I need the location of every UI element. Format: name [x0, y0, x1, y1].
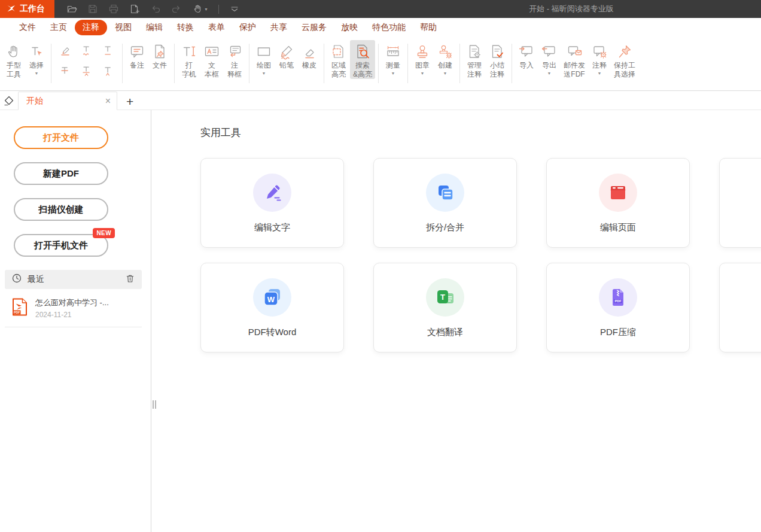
- create-stamp-icon: [437, 41, 453, 61]
- svg-text:T: T: [440, 293, 445, 302]
- ribbon-group: 绘图▼铅笔橡皮: [251, 40, 322, 77]
- ribbon-textbox-button[interactable]: 文本框: [200, 40, 223, 79]
- ribbon-measure-button[interactable]: 测量▼: [382, 40, 404, 77]
- menu-item-view[interactable]: 视图: [108, 20, 138, 35]
- menu-item-home[interactable]: 主页: [44, 20, 74, 35]
- ribbon-export-comments-button[interactable]: 导出▼: [538, 40, 561, 77]
- tool-card-partial-card-2[interactable]: [719, 263, 761, 352]
- menu-item-present[interactable]: 放映: [334, 20, 364, 35]
- manage-comments-icon: [466, 41, 483, 61]
- open-mobile-file-button[interactable]: 打开手机文件NEW: [14, 234, 108, 257]
- ribbon-area-highlight-button[interactable]: 区域高亮: [327, 40, 350, 79]
- ribbon-callout-button[interactable]: 注释框: [223, 40, 246, 79]
- whiteboard-eraser-icon[interactable]: [0, 91, 18, 110]
- print-icon: [108, 4, 119, 14]
- ribbon-drawing-button[interactable]: 绘图▼: [252, 40, 275, 77]
- ribbon-group-divider: [378, 44, 379, 83]
- card-split-merge-icon: [426, 174, 464, 212]
- content-area: 打开文件新建PDF扫描仪创建打开手机文件NEW 最近 PDF怎么面对高中学习 -…: [0, 110, 761, 532]
- redo-icon: [171, 4, 182, 14]
- ribbon-file-attachment-button[interactable]: 文件: [148, 40, 171, 70]
- menu-item-share[interactable]: 共享: [264, 20, 294, 35]
- ribbon-typewriter-button[interactable]: 打字机: [178, 40, 200, 79]
- tab-close-icon[interactable]: ×: [105, 96, 111, 106]
- export-comments-icon: [541, 41, 558, 61]
- ribbon-text-underline-button[interactable]: [98, 41, 119, 62]
- ribbon-text-highlight-button[interactable]: [54, 41, 76, 62]
- ribbon-button-label: 导入: [519, 61, 534, 70]
- dropdown-caret-icon: ▼: [204, 7, 208, 11]
- menu-item-convert[interactable]: 转换: [171, 20, 200, 35]
- ribbon-keep-tool-selected-button[interactable]: 保持工具选择: [611, 40, 638, 79]
- ribbon-group-divider: [122, 44, 123, 83]
- menu-item-file[interactable]: 文件: [13, 20, 42, 35]
- open-folder-icon[interactable]: [66, 4, 77, 14]
- tool-card-partial-card-1[interactable]: [719, 158, 761, 248]
- ribbon-stamp-button[interactable]: 图章▼: [411, 40, 434, 77]
- ribbon-group: 测量▼: [380, 40, 406, 77]
- sidebar-splitter[interactable]: [153, 400, 156, 409]
- ribbon-button-label: 图章: [415, 61, 430, 70]
- ribbon-note-comment-button[interactable]: 备注: [126, 40, 148, 70]
- workspace-button[interactable]: 工作台: [0, 0, 54, 18]
- tool-card-doc-translate[interactable]: T文档翻译: [373, 263, 517, 352]
- tool-card-split-merge[interactable]: 拆分/合并: [373, 158, 517, 248]
- pencil-icon: [278, 41, 295, 61]
- open-file-button[interactable]: 打开文件: [14, 126, 108, 149]
- main-panel: 实用工具 编辑文字拆分/合并编辑页面WPDF转WordT文档翻译PDFPDF压缩: [151, 110, 761, 532]
- ribbon-hand-tool-button[interactable]: 手型工具: [2, 40, 25, 79]
- dropdown-caret-icon: ▼: [421, 70, 425, 77]
- ribbon-import-comments-button[interactable]: 导入: [515, 40, 538, 70]
- sidebar-button-label: 扫描仪创建: [39, 204, 84, 215]
- ribbon-eraser-button[interactable]: 橡皮: [298, 40, 321, 70]
- menu-item-comment[interactable]: 注释: [75, 20, 107, 35]
- new-pdf-button[interactable]: 新建PDF: [14, 162, 108, 185]
- collapse-toolbar-icon[interactable]: [229, 4, 240, 14]
- foxit-logo-icon: [6, 4, 16, 15]
- ribbon-pencil-button[interactable]: 铅笔: [275, 40, 298, 70]
- ribbon-select-tool-button[interactable]: 选择▼: [25, 40, 48, 77]
- text-markup-grid: [54, 41, 119, 82]
- ribbon-create-stamp-button[interactable]: 创建▼: [434, 40, 456, 77]
- sidebar: 打开文件新建PDF扫描仪创建打开手机文件NEW 最近 PDF怎么面对高中学习 -…: [0, 110, 151, 532]
- create-pdf-icon[interactable]: [129, 4, 140, 14]
- summarize-comments-icon: [489, 41, 506, 61]
- hand-gesture-icon[interactable]: ▼: [192, 4, 208, 14]
- tool-card-edit-text[interactable]: 编辑文字: [200, 158, 344, 248]
- file-attachment-icon: [151, 41, 168, 61]
- save-icon: [87, 4, 98, 14]
- ribbon-summarize-comments-button[interactable]: 小结注释: [486, 40, 509, 79]
- scanner-create-button[interactable]: 扫描仪创建: [14, 198, 108, 221]
- menu-item-protect[interactable]: 保护: [233, 20, 263, 35]
- menu-item-form[interactable]: 表单: [202, 20, 232, 35]
- window-title: 开始 - 福昕阅读器专业版: [529, 4, 614, 14]
- ribbon-group-divider: [324, 44, 324, 83]
- ribbon-replace-text-button[interactable]: [76, 62, 98, 82]
- recent-file-item[interactable]: PDF怎么面对高中学习 -...2024-11-21: [0, 289, 151, 327]
- ribbon-strikeout-button[interactable]: [54, 62, 76, 82]
- tab-start[interactable]: 开始 ×: [18, 92, 117, 110]
- tool-card-pdf-compress[interactable]: PDFPDF压缩: [546, 263, 690, 352]
- ribbon-button-label: 手型: [7, 61, 21, 70]
- dropdown-caret-icon: ▼: [598, 70, 602, 77]
- ribbon-email-fdf-button[interactable]: 邮件发送FDF: [561, 40, 588, 79]
- tool-card-pdf-to-word[interactable]: WPDF转Word: [200, 263, 344, 352]
- ribbon-insert-text-button[interactable]: [98, 62, 119, 82]
- tool-card-edit-pages[interactable]: 编辑页面: [546, 158, 690, 248]
- ribbon-squiggly-underline-button[interactable]: [76, 41, 98, 62]
- menu-item-featured[interactable]: 特色功能: [366, 20, 412, 35]
- dropdown-caret-icon: ▼: [443, 70, 448, 77]
- menubar: 文件主页注释视图编辑转换表单保护共享云服务放映特色功能帮助: [0, 18, 761, 37]
- ribbon-search-highlight-button[interactable]: 搜索&高亮: [350, 40, 375, 79]
- menu-item-cloud-service[interactable]: 云服务: [295, 20, 333, 35]
- menu-item-help[interactable]: 帮助: [413, 20, 443, 35]
- ribbon-group: 手型工具选择▼: [1, 40, 50, 79]
- ribbon-comment-settings-button[interactable]: 注释▼: [588, 40, 611, 77]
- ribbon-manage-comments-button[interactable]: 管理注释: [463, 40, 486, 79]
- trash-icon[interactable]: [125, 273, 135, 286]
- file-name: 怎么面对高中学习 -...: [35, 297, 109, 308]
- menu-item-edit[interactable]: 编辑: [139, 20, 169, 35]
- ribbon-button-label: 送FDF: [564, 70, 585, 79]
- ribbon-button-label: 注释: [490, 70, 504, 79]
- new-tab-button[interactable]: +: [126, 95, 133, 108]
